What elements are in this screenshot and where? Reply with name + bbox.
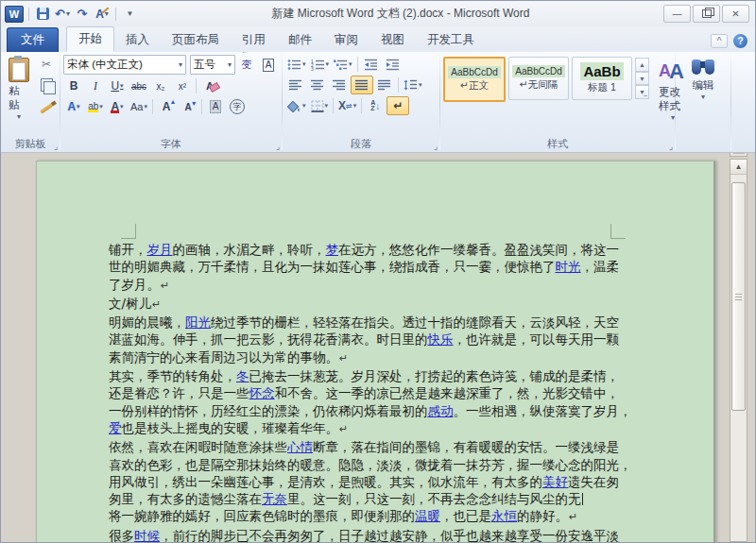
align-left-button[interactable] xyxy=(285,76,306,94)
enclose-characters-button[interactable]: 字 xyxy=(227,97,248,116)
text-effects-button[interactable]: A▾ xyxy=(63,97,84,116)
hyperlink[interactable]: 美好 xyxy=(542,474,568,489)
hyperlink[interactable]: 梦 xyxy=(326,242,339,257)
bullet-list-button[interactable]: ▾ xyxy=(285,55,308,74)
justify-button[interactable] xyxy=(351,76,373,94)
tab-2[interactable]: 插入 xyxy=(114,28,161,52)
align-right-button[interactable] xyxy=(329,76,350,94)
hyperlink[interactable]: 阳光 xyxy=(185,314,211,330)
subscript-button[interactable]: x₂ xyxy=(150,76,171,95)
superscript-button[interactable]: x² xyxy=(172,76,193,95)
hyperlink[interactable]: 无奈 xyxy=(262,491,287,506)
word-app-icon[interactable]: W xyxy=(5,6,24,23)
clipboard-dialog-launcher[interactable]: ⌟ xyxy=(54,143,58,150)
format-pen-button[interactable]: A▾ xyxy=(94,6,111,23)
style-item-2[interactable]: AaBb标题 1 xyxy=(572,57,632,100)
hyperlink[interactable]: 爱 xyxy=(109,420,122,435)
asian-layout-button[interactable]: X⇄▾ xyxy=(336,96,358,115)
hyperlink[interactable]: 永恒 xyxy=(491,508,517,523)
gallery-up-button[interactable]: ▲ xyxy=(635,58,649,72)
cut-button[interactable]: ✂ xyxy=(36,55,57,74)
line-spacing-button[interactable]: ▾ xyxy=(402,76,424,94)
hyperlink[interactable]: 温暖 xyxy=(415,508,440,523)
italic-button[interactable]: I xyxy=(85,76,106,95)
scroll-up-button[interactable]: ▲ xyxy=(730,160,747,175)
style-item-1[interactable]: AaBbCcDd↵无间隔 xyxy=(508,57,569,100)
paragraph-dialog-launcher[interactable]: ⌟ xyxy=(434,143,438,150)
style-item-0[interactable]: AaBbCcDd↵正文 xyxy=(443,57,506,102)
close-button[interactable]: ✕ xyxy=(722,5,749,23)
scrollbar-thumb[interactable] xyxy=(731,182,746,411)
hyperlink[interactable]: 怀念 xyxy=(249,385,275,400)
shading-button[interactable]: ▾ xyxy=(285,96,308,115)
font-dialog-launcher[interactable]: ⌟ xyxy=(276,143,280,150)
character-border-button[interactable]: A xyxy=(258,56,279,75)
document-text[interactable]: 铺开，岁月的画轴，水湄之畔，聆听，梦在远方，悠悠化作一缕馨香。盈盈浅笑间，将这一… xyxy=(109,241,619,542)
bold-button[interactable]: B xyxy=(63,76,84,95)
tab-8[interactable]: 开发工具 xyxy=(416,28,486,52)
text-line: 一份别样的情怀，历经红尘的漂染，仍依稀闪烁着最初的感动。一些相遇，纵使落寞了岁月… xyxy=(109,402,619,419)
help-button[interactable]: ? xyxy=(733,34,747,48)
grow-font-button[interactable]: A▲ xyxy=(156,97,177,116)
qat-customize-button[interactable]: ▼ xyxy=(121,6,138,23)
tab-1[interactable]: 开始 xyxy=(66,26,114,52)
redo-button[interactable]: ↷ xyxy=(74,6,91,23)
tab-5[interactable]: 邮件 xyxy=(277,28,323,52)
character-shading-button[interactable]: A xyxy=(205,97,226,116)
align-center-button[interactable] xyxy=(307,76,328,94)
decrease-indent-button[interactable] xyxy=(361,55,382,74)
phonetic-guide-button[interactable]: 变 xyxy=(236,56,257,75)
increase-indent-button[interactable] xyxy=(383,55,404,74)
hyperlink[interactable]: 岁月 xyxy=(147,242,173,257)
hyperlink[interactable]: 冬 xyxy=(236,368,249,383)
gallery-down-button[interactable]: ▼ xyxy=(635,72,649,86)
borders-button[interactable]: ▾ xyxy=(309,96,331,115)
font-color-button[interactable]: A▾ xyxy=(107,97,128,116)
text-run: 。一些相遇，纵使落寞了岁月， xyxy=(454,403,632,418)
styles-dialog-launcher[interactable]: ⌟ xyxy=(669,143,673,150)
copy-button[interactable] xyxy=(36,76,57,94)
tab-file[interactable]: 文件 xyxy=(7,27,59,52)
hyperlink[interactable]: 感动 xyxy=(428,403,454,418)
ruler-toggle-button[interactable] xyxy=(730,153,747,157)
text-run: ，也许就是，可以每天用一颗 xyxy=(454,331,620,347)
text-run: 湛蓝如海。伸手，抓一把云影，抚得花香满衣。时日里的 xyxy=(109,331,428,347)
hyperlink[interactable]: 快乐 xyxy=(428,331,454,347)
style-label: 标题 1 xyxy=(588,81,616,94)
change-case-button[interactable]: Aa▾ xyxy=(129,97,149,116)
undo-button[interactable]: ↶▾ xyxy=(54,6,71,23)
vertical-scrollbar[interactable]: ▲ xyxy=(730,159,747,542)
hyperlink[interactable]: 时光 xyxy=(556,259,581,274)
paste-icon xyxy=(9,58,29,82)
multilevel-list-button[interactable]: ▾ xyxy=(332,55,354,74)
sort-button[interactable]: AZ↓ xyxy=(365,96,386,115)
ribbon-tab-row: 文件开始插入页面布局引用邮件审阅视图开发工具 ^ ? xyxy=(1,26,755,52)
scrollbar-grip xyxy=(735,297,742,297)
window-title: 新建 Microsoft Word 文档 (2).docx - Microsof… xyxy=(138,6,663,22)
highlight-button[interactable]: ab▾ xyxy=(85,97,106,116)
paste-button[interactable]: 粘贴 ▾ xyxy=(4,55,34,137)
hyperlink[interactable]: 心情 xyxy=(287,439,313,454)
clear-formatting-button[interactable]: A xyxy=(199,76,220,95)
strikethrough-button[interactable]: abc xyxy=(129,76,149,95)
tab-7[interactable]: 视图 xyxy=(369,28,416,52)
restore-button[interactable] xyxy=(693,5,720,23)
minimize-ribbon-button[interactable]: ^ xyxy=(711,34,728,48)
tab-6[interactable]: 审阅 xyxy=(323,28,369,52)
show-marks-button[interactable]: ↵ xyxy=(387,96,409,115)
format-painter-button[interactable] xyxy=(36,96,57,115)
font-name-combo[interactable]: 宋体 (中文正文)▾ xyxy=(63,55,186,75)
distribute-button[interactable] xyxy=(374,76,395,94)
underline-button[interactable]: U▾ xyxy=(107,76,128,95)
tab-4[interactable]: 引用 xyxy=(231,28,277,52)
hyperlink[interactable]: 时候 xyxy=(134,528,160,542)
minimize-button[interactable]: — xyxy=(663,5,691,23)
tab-3[interactable]: 页面布局 xyxy=(161,28,231,52)
numbered-list-button[interactable]: 123▾ xyxy=(309,55,332,74)
shrink-font-button[interactable]: A▼ xyxy=(178,97,198,116)
save-button[interactable] xyxy=(34,6,51,23)
font-size-combo[interactable]: 五号▾ xyxy=(190,55,235,75)
editing-button[interactable]: 编辑 ▾ xyxy=(686,55,720,101)
gallery-expand-button[interactable]: ▼̲ xyxy=(635,85,649,99)
document-page[interactable]: 铺开，岁月的画轴，水湄之畔，聆听，梦在远方，悠悠化作一缕馨香。盈盈浅笑间，将这一… xyxy=(36,161,715,542)
